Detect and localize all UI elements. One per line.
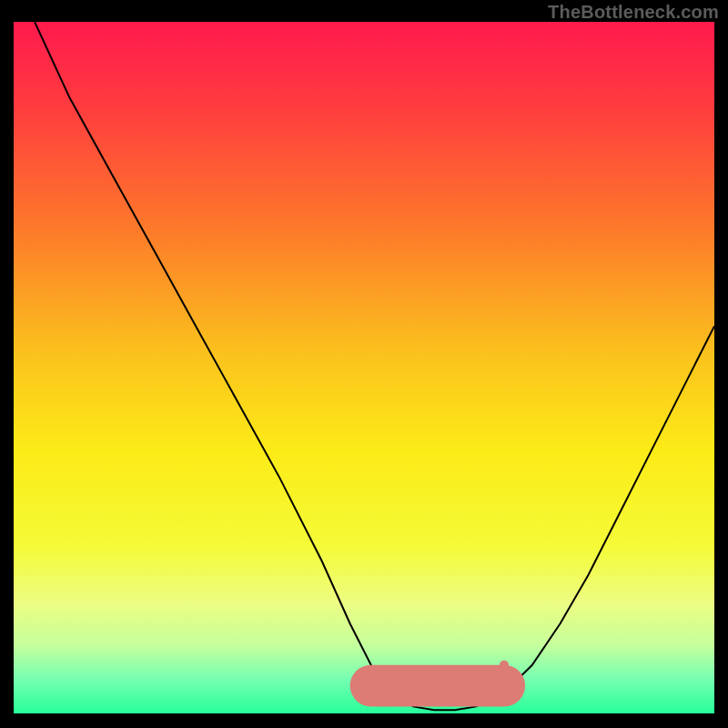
current-config-marker [500,661,509,670]
heatmap-background [14,22,714,713]
bottleneck-plot [14,22,714,713]
chart-frame: TheBottleneck.com [0,0,728,728]
watermark-text: TheBottleneck.com [548,2,719,23]
